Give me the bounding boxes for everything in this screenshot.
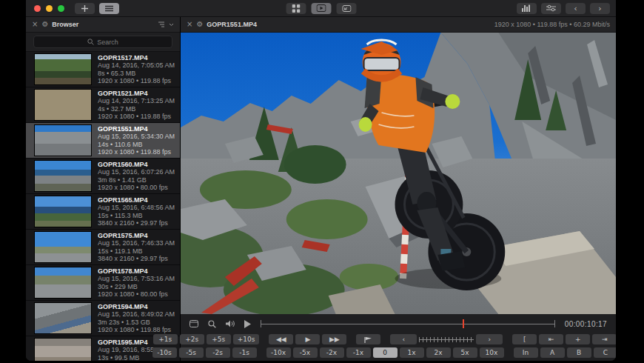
speed-button-2x[interactable]: 2x bbox=[426, 347, 451, 358]
step-button-minus-2s[interactable]: -2s bbox=[206, 347, 230, 358]
search-input[interactable]: Search bbox=[33, 36, 172, 48]
clip-date: Aug 15, 2016, 8:49:02 AM bbox=[98, 310, 175, 319]
speed-button-minus-5x[interactable]: -5x bbox=[293, 347, 318, 358]
search-icon bbox=[87, 39, 94, 45]
plus-icon bbox=[81, 5, 88, 12]
zoom-window-button[interactable] bbox=[58, 5, 64, 12]
clip-name: GOPR1575.MP4 bbox=[98, 232, 175, 240]
range-button-c[interactable]: C bbox=[594, 347, 617, 358]
jog-forward-button[interactable]: › bbox=[476, 334, 503, 344]
speed-button-minus-10x[interactable]: -10x bbox=[266, 347, 291, 358]
speed-button-5x[interactable]: 5x bbox=[453, 347, 477, 358]
go-to-out-button[interactable]: ⇥ bbox=[592, 334, 616, 344]
clip-name: GOPR1594.MP4 bbox=[98, 303, 175, 311]
playhead[interactable] bbox=[463, 319, 464, 328]
minimize-window-button[interactable] bbox=[46, 5, 53, 12]
clip-duration-size: 3m 8s • 1.41 GB bbox=[98, 176, 175, 184]
range-button-in[interactable]: In bbox=[514, 347, 538, 358]
gear-icon[interactable]: ⚙ bbox=[196, 21, 203, 28]
clip-metadata: GOPR1575.MP4Aug 15, 2016, 7:46:33 AM15s … bbox=[98, 232, 175, 263]
clip-format: 1920 x 1080 • 119.88 fps bbox=[98, 113, 175, 121]
loop-in-bracket-button[interactable]: [ bbox=[512, 334, 537, 344]
clip-duration-size: 30s • 229 MB bbox=[98, 283, 175, 291]
speed-button-1x[interactable]: 1x bbox=[400, 347, 424, 358]
jog-group: ‹ › bbox=[390, 334, 503, 344]
clip-item-gopr1594[interactable]: GOPR1594.MP4Aug 15, 2016, 8:49:02 AM3m 2… bbox=[26, 301, 180, 336]
media-export-button[interactable] bbox=[336, 3, 356, 14]
close-window-button[interactable] bbox=[34, 5, 41, 12]
clip-item-gopr1565[interactable]: GOPR1565.MP4Aug 15, 2016, 6:48:56 AM15s … bbox=[26, 194, 180, 230]
step-button-minus-5s[interactable]: -5s bbox=[179, 347, 204, 358]
clip-date: Aug 14, 2016, 7:05:05 AM bbox=[98, 61, 175, 70]
video-preview[interactable]: 331 bbox=[181, 33, 616, 314]
close-panel-icon[interactable]: × bbox=[32, 21, 38, 28]
play-button[interactable] bbox=[244, 320, 251, 328]
chevron-right-icon: › bbox=[598, 4, 601, 13]
clip-date: Aug 15, 2016, 7:53:16 AM bbox=[98, 275, 175, 283]
shuttle-reverse-button[interactable]: ◀◀ bbox=[269, 334, 293, 344]
clip-format: 1920 x 1080 • 119.88 fps bbox=[98, 148, 175, 156]
search-row: Search bbox=[26, 33, 180, 52]
range-button-b[interactable]: B bbox=[567, 347, 591, 358]
clip-name: GOPR1517.MP4 bbox=[98, 54, 175, 62]
histogram-button[interactable] bbox=[517, 3, 537, 14]
step-button-plus5s[interactable]: +5s bbox=[207, 334, 231, 344]
timeline-scrubber[interactable] bbox=[261, 319, 555, 328]
step-button-plus2s[interactable]: +2s bbox=[180, 334, 204, 344]
zoom-tool-button[interactable] bbox=[208, 320, 216, 328]
grid-view-button[interactable] bbox=[286, 3, 306, 14]
clip-item-gopr1575[interactable]: GOPR1575.MP4Aug 15, 2016, 7:46:33 AM15s … bbox=[26, 230, 180, 265]
clip-format: 1920 x 1080 • 80.00 fps bbox=[98, 290, 175, 299]
clip-item-gopr1551[interactable]: GOPR1551.MP4Aug 15, 2016, 5:34:30 AM14s … bbox=[26, 123, 180, 159]
speaker-icon bbox=[226, 320, 235, 327]
clip-format: 1920 x 1080 • 80.00 fps bbox=[98, 184, 175, 192]
gear-icon[interactable]: ⚙ bbox=[41, 21, 48, 28]
step-button-plus10s[interactable]: +10s bbox=[233, 334, 260, 344]
browser-panel: × ⚙ Browser bbox=[26, 17, 181, 361]
marker-flag-button[interactable] bbox=[356, 334, 380, 344]
range-button-a[interactable]: A bbox=[540, 347, 565, 358]
clip-format: 1920 x 1080 • 119.88 fps bbox=[98, 326, 175, 334]
shuttle-play-button[interactable]: ▶ bbox=[295, 334, 320, 344]
list-view-toggle-button[interactable] bbox=[99, 3, 119, 14]
adjustments-button[interactable] bbox=[541, 3, 561, 14]
app-window: ‹ › × ⚙ Browser bbox=[26, 0, 616, 361]
go-to-in-button[interactable]: ⇤ bbox=[539, 334, 563, 344]
display-icon bbox=[189, 320, 198, 327]
sort-list-icon bbox=[158, 21, 167, 27]
speed-group: -10x-5x-2x-1x01x2x5x10x bbox=[266, 347, 504, 358]
speed-button-minus-1x[interactable]: -1x bbox=[346, 347, 371, 358]
jog-back-button[interactable]: ‹ bbox=[390, 334, 417, 344]
clip-thumbnail bbox=[34, 267, 92, 299]
step-button-plus1s[interactable]: +1s bbox=[153, 334, 178, 344]
display-options-button[interactable] bbox=[189, 320, 198, 327]
nav-back-button[interactable]: ‹ bbox=[566, 3, 586, 14]
add-marker-button[interactable]: + bbox=[566, 334, 590, 344]
clip-metadata: GOPR1578.MP4Aug 15, 2016, 7:53:16 AM30s … bbox=[98, 267, 175, 299]
step-button-minus-1s[interactable]: -1s bbox=[232, 347, 257, 358]
clip-list[interactable]: GOPR1517.MP4Aug 14, 2016, 7:05:05 AM8s •… bbox=[26, 52, 180, 361]
speed-button-0[interactable]: 0 bbox=[373, 347, 398, 358]
list-icon bbox=[105, 5, 113, 12]
list-options-button[interactable] bbox=[158, 21, 174, 27]
clip-item-gopr1517[interactable]: GOPR1517.MP4Aug 14, 2016, 7:05:05 AM8s •… bbox=[26, 52, 180, 87]
video-frame: 331 bbox=[181, 33, 616, 314]
clip-item-gopr1578[interactable]: GOPR1578.MP4Aug 15, 2016, 7:53:16 AM30s … bbox=[26, 265, 180, 301]
nav-forward-button[interactable]: › bbox=[590, 3, 610, 14]
clip-name: GOPR1521.MP4 bbox=[98, 90, 175, 98]
speed-button-10x[interactable]: 10x bbox=[480, 347, 504, 358]
speed-button-minus-2x[interactable]: -2x bbox=[320, 347, 344, 358]
clip-metadata: GOPR1517.MP4Aug 14, 2016, 7:05:05 AM8s •… bbox=[98, 54, 175, 85]
clip-item-gopr1560[interactable]: GOPR1560.MP4Aug 15, 2016, 6:07:26 AM3m 8… bbox=[26, 159, 180, 194]
shuttle-forward-button[interactable]: ▶▶ bbox=[322, 334, 346, 344]
jog-strip[interactable] bbox=[419, 335, 474, 344]
clip-date: Aug 15, 2016, 6:48:56 AM bbox=[98, 204, 175, 212]
volume-button[interactable] bbox=[226, 320, 235, 327]
player-view-button[interactable] bbox=[311, 3, 331, 14]
add-media-button[interactable] bbox=[75, 3, 95, 14]
clip-item-gopr1521[interactable]: GOPR1521.MP4Aug 14, 2016, 7:13:25 AM4s •… bbox=[26, 87, 180, 123]
view-mode-switch bbox=[286, 3, 356, 14]
close-panel-icon[interactable]: × bbox=[187, 21, 192, 28]
step-button-minus-10s[interactable]: -10s bbox=[152, 347, 177, 358]
clip-name: GOPR1560.MP4 bbox=[98, 161, 175, 169]
